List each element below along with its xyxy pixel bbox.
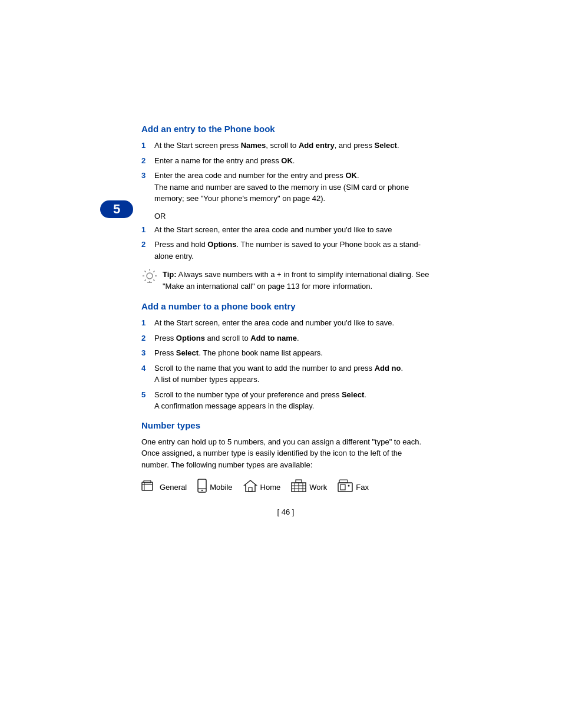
svg-line-7 xyxy=(153,271,154,272)
step-text: Press Select. The phone book name list a… xyxy=(154,347,323,359)
step-text: Press and hold Options. The number is sa… xyxy=(154,239,430,262)
svg-point-0 xyxy=(147,273,153,279)
step-item: 1 At the Start screen press Names, scrol… xyxy=(141,140,430,151)
tip-label: Tip: xyxy=(163,270,177,279)
type-work: Work xyxy=(291,479,327,495)
tip-icon xyxy=(141,268,158,287)
svg-marker-17 xyxy=(244,480,256,492)
step-number: 1 xyxy=(141,224,151,236)
section1-steps: 1 At the Start screen press Names, scrol… xyxy=(141,140,430,205)
section2-heading: Add a number to a phone book entry xyxy=(141,301,430,311)
section1: Add an entry to the Phone book 1 At the … xyxy=(141,124,430,292)
mobile-icon xyxy=(197,479,207,496)
svg-line-8 xyxy=(145,279,146,281)
step-number: 5 xyxy=(141,389,151,412)
step-item: 2 Press and hold Options. The number is … xyxy=(141,239,430,262)
step-text: Enter a name for the entry and press OK. xyxy=(154,155,295,167)
step-item: 1 At the Start screen, enter the area co… xyxy=(141,224,430,236)
svg-point-15 xyxy=(201,490,203,491)
number-types-icons: General Mobile xyxy=(141,479,430,496)
general-icon xyxy=(141,480,157,495)
fax-icon xyxy=(338,479,353,495)
home-label: Home xyxy=(260,483,281,492)
step-number: 4 xyxy=(141,363,151,386)
step-item: 3 Press Select. The phone book name list… xyxy=(141,347,430,359)
section3-heading: Number types xyxy=(141,420,430,430)
work-icon xyxy=(291,479,306,495)
mobile-label: Mobile xyxy=(210,483,232,492)
step-number: 3 xyxy=(141,170,151,205)
section1-heading: Add an entry to the Phone book xyxy=(141,124,430,134)
section3: Number types One entry can hold up to 5 … xyxy=(141,420,430,496)
svg-line-5 xyxy=(145,271,146,272)
svg-rect-27 xyxy=(340,485,345,490)
step-item: 5 Scroll to the number type of your pref… xyxy=(141,389,430,412)
step-text: Press Options and scroll to Add to name. xyxy=(154,332,299,344)
fax-label: Fax xyxy=(356,483,369,492)
step-item: 3 Enter the area code and number for the… xyxy=(141,170,430,205)
step-item: 1 At the Start screen, enter the area co… xyxy=(141,317,430,329)
step-number: 1 xyxy=(141,317,151,329)
step-number: 1 xyxy=(141,140,151,151)
general-label: General xyxy=(160,483,187,492)
step-text: At the Start screen, enter the area code… xyxy=(154,317,394,329)
step-text: At the Start screen, enter the area code… xyxy=(154,224,392,236)
page: 5 Add an entry to the Phone book 1 At th… xyxy=(0,0,562,728)
tip-text: Tip: Always save numbers with a + in fro… xyxy=(163,269,430,292)
svg-rect-11 xyxy=(144,480,151,483)
step-number: 2 xyxy=(141,239,151,262)
svg-point-28 xyxy=(348,485,350,487)
step-item: 2 Enter a name for the entry and press O… xyxy=(141,155,430,167)
step-item: 4 Scroll to the name that you want to ad… xyxy=(141,363,430,386)
section2-steps: 1 At the Start screen, enter the area co… xyxy=(141,317,430,412)
svg-rect-10 xyxy=(142,482,153,490)
step-number: 2 xyxy=(141,155,151,167)
home-icon xyxy=(243,479,257,495)
svg-rect-18 xyxy=(249,487,252,492)
tip-box: Tip: Always save numbers with a + in fro… xyxy=(141,269,430,292)
section2: Add a number to a phone book entry 1 At … xyxy=(141,301,430,412)
or-line: OR xyxy=(154,212,430,220)
chapter-badge: 5 xyxy=(100,200,133,218)
step-text: Enter the area code and number for the e… xyxy=(154,170,430,205)
step-text: Scroll to the name that you want to add … xyxy=(154,363,403,386)
section3-intro: One entry can hold up to 5 numbers, and … xyxy=(141,436,430,471)
type-home: Home xyxy=(243,479,281,495)
content-area: Add an entry to the Phone book 1 At the … xyxy=(141,124,430,516)
step-number: 3 xyxy=(141,347,151,359)
type-fax: Fax xyxy=(338,479,369,495)
work-label: Work xyxy=(309,483,327,492)
step-text: At the Start screen press Names, scroll … xyxy=(154,140,399,151)
step-item: 2 Press Options and scroll to Add to nam… xyxy=(141,332,430,344)
type-general: General xyxy=(141,480,187,495)
type-mobile: Mobile xyxy=(197,479,232,496)
step-number: 2 xyxy=(141,332,151,344)
section1-steps2: 1 At the Start screen, enter the area co… xyxy=(141,224,430,262)
svg-line-6 xyxy=(153,279,154,281)
step-text: Scroll to the number type of your prefer… xyxy=(154,389,366,412)
page-number: [ 46 ] xyxy=(141,508,430,516)
